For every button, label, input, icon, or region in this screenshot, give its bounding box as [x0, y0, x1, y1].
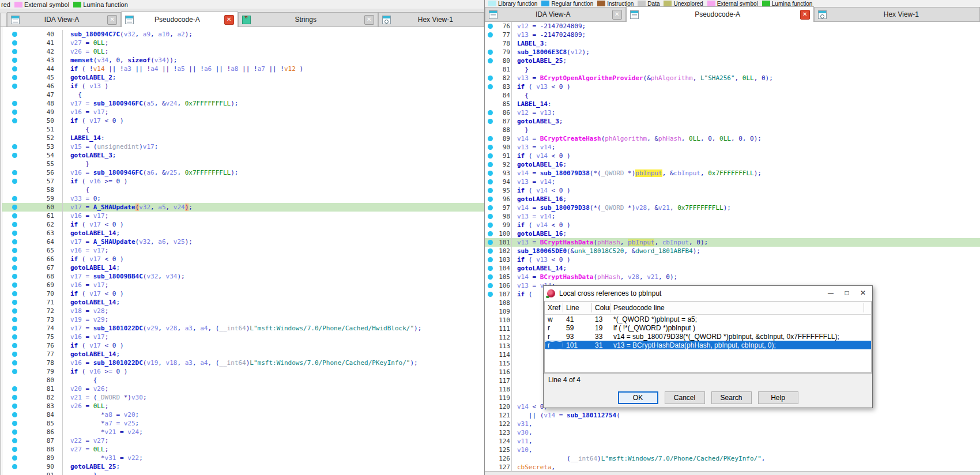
xref-row[interactable]: r5919if ( !*(_QWORD *)pbInput )	[545, 323, 871, 332]
code-text[interactable]: goto LABEL_3;	[62, 151, 116, 160]
breakpoint-dot[interactable]	[488, 292, 493, 297]
code-line-80[interactable]: 80 {	[2, 376, 484, 384]
code-text[interactable]: }	[62, 160, 89, 168]
code-line-87[interactable]: 87 goto LABEL_3;	[485, 117, 980, 126]
code-line-123[interactable]: 123 v30,	[485, 428, 980, 437]
breakpoint-dot[interactable]	[488, 197, 493, 202]
panel-splitter[interactable]	[485, 471, 980, 475]
code-line-105[interactable]: 105 v14 = BCryptHashData(phHash, v28, v2…	[485, 273, 980, 281]
code-text[interactable]	[511, 333, 517, 342]
code-text[interactable]: v27 = 0LL;	[62, 445, 108, 454]
code-text[interactable]	[511, 316, 517, 325]
code-text[interactable]: v15 = (unsigned int)v17;	[62, 142, 158, 151]
breakpoint-dot[interactable]	[12, 257, 17, 262]
breakpoint-dot[interactable]	[488, 136, 493, 141]
breakpoint-dot[interactable]	[12, 49, 17, 54]
breakpoint-dot[interactable]	[488, 240, 493, 245]
code-line-50[interactable]: 50 if ( v17 < 0 )	[2, 116, 484, 125]
code-line-84[interactable]: 84 {	[485, 91, 980, 100]
breakpoint-dot[interactable]	[488, 179, 493, 184]
code-line-78[interactable]: 78 v16 = sub_1801022DC(v19, v18, a3, a4,…	[2, 359, 484, 367]
tab-hex-view-1[interactable]: Hex View-1	[378, 12, 484, 27]
code-text[interactable]: (__int64)L"msft:Windows/7.0/Phone/Cached…	[511, 454, 765, 463]
code-line-52[interactable]: 52LABEL_14:	[2, 134, 484, 142]
code-line-98[interactable]: 98 v13 = v14;	[485, 212, 980, 221]
code-text[interactable]: v14 = sub_180079D38(*(_QWORD *)pbInput, …	[511, 169, 762, 178]
code-text[interactable]: || (v14 = sub_180112754(	[511, 411, 620, 420]
code-line-101[interactable]: 101 v13 = BCryptHashData(phHash, pbInput…	[485, 238, 980, 247]
code-line-88[interactable]: 88 }	[485, 126, 980, 134]
code-line-82[interactable]: 82 v21 = (_DWORD *)v30;	[2, 393, 484, 402]
code-line-46[interactable]: 46 if ( v13 )	[2, 82, 484, 91]
breakpoint-dot[interactable]	[12, 265, 17, 270]
breakpoint-dot[interactable]	[12, 205, 17, 210]
breakpoint-dot[interactable]	[12, 170, 17, 175]
breakpoint-dot[interactable]	[12, 110, 17, 115]
column-header-pseudocode-line[interactable]: Pseudocode line	[610, 303, 864, 312]
code-line-54[interactable]: 54 goto LABEL_3;	[2, 151, 484, 160]
breakpoint-dot[interactable]	[12, 101, 17, 106]
code-line-40[interactable]: 40 sub_180094C7C(v32, a9, a10, a2);	[2, 30, 484, 39]
breakpoint-dot[interactable]	[488, 171, 493, 176]
tab-hex-view-1[interactable]: Hex View-1	[814, 7, 980, 21]
code-line-78[interactable]: 78LABEL_3:	[485, 39, 980, 48]
code-text[interactable]: v26 = 0LL;	[62, 402, 108, 410]
code-text[interactable]: v14 = BCryptHashData(phHash, v28, v21, 0…	[511, 273, 677, 281]
tab-close-icon[interactable]: ✕	[224, 15, 234, 25]
close-icon[interactable]: ✕	[857, 289, 869, 298]
code-text[interactable]	[511, 394, 517, 402]
code-line-86[interactable]: 86 v12 = v13;	[485, 108, 980, 117]
code-line-69[interactable]: 69 v16 = v17;	[2, 281, 484, 289]
code-text[interactable]: goto LABEL_14;	[62, 229, 120, 238]
code-line-92[interactable]: 92 goto LABEL_16;	[485, 160, 980, 169]
tab-pseudocode-a[interactable]: Pseudocode-A✕	[121, 12, 238, 27]
xref-row[interactable]: w4113*(_QWORD *)pbInput = a5;	[545, 315, 871, 323]
code-text[interactable]: {	[62, 125, 89, 134]
code-line-83[interactable]: 83 v26 = 0LL;	[2, 402, 484, 410]
code-text[interactable]: }	[511, 65, 529, 74]
breakpoint-dot[interactable]	[488, 274, 493, 280]
tab-ida-view-a[interactable]: IDA View-A✕	[7, 12, 121, 27]
code-text[interactable]: v22 = v27;	[62, 436, 108, 445]
breakpoint-dot[interactable]	[12, 334, 17, 340]
code-line-85[interactable]: 85 *a7 = v25;	[2, 419, 484, 428]
code-line-60[interactable]: 60 v17 = A_SHAUpdate(v32, a5, v24);	[2, 203, 484, 212]
code-line-97[interactable]: 97 v14 = sub_180079D38(*(_QWORD *)v28, &…	[485, 203, 980, 212]
breakpoint-dot[interactable]	[488, 32, 493, 37]
code-text[interactable]: v16 = v17;	[62, 212, 108, 220]
code-text[interactable]: goto LABEL_16;	[511, 160, 567, 169]
breakpoint-dot[interactable]	[12, 300, 17, 305]
code-text[interactable]: if ( v14 < 0 )	[511, 186, 571, 195]
breakpoint-dot[interactable]	[12, 32, 17, 37]
breakpoint-dot[interactable]	[12, 438, 17, 443]
ok-button[interactable]: OK	[618, 391, 658, 404]
code-text[interactable]: v12 = v13;	[511, 108, 555, 117]
breakpoint-dot[interactable]	[12, 464, 17, 469]
code-text[interactable]	[511, 350, 517, 359]
code-text[interactable]: v17 = sub_1801022DC(v29, v28, a3, a4, (_…	[62, 324, 421, 333]
code-line-45[interactable]: 45 goto LABEL_2;	[2, 73, 484, 82]
tab-strings[interactable]: Strings✕	[238, 12, 378, 27]
breakpoint-dot[interactable]	[12, 429, 17, 435]
breakpoint-dot[interactable]	[12, 274, 17, 279]
code-line-70[interactable]: 70 if ( v17 < 0 )	[2, 289, 484, 298]
code-text[interactable]	[511, 359, 517, 368]
breakpoint-dot[interactable]	[12, 308, 17, 314]
breakpoint-dot[interactable]	[488, 50, 493, 55]
code-line-57[interactable]: 57 if ( v16 >= 0 )	[2, 177, 484, 186]
breakpoint-dot[interactable]	[12, 421, 17, 426]
code-text[interactable]: v21 = (_DWORD *)v30;	[62, 393, 147, 402]
code-line-100[interactable]: 100 goto LABEL_16;	[485, 229, 980, 238]
code-text[interactable]: v26 = 0LL;	[62, 47, 108, 56]
breakpoint-dot[interactable]	[12, 369, 17, 374]
breakpoint-dot[interactable]	[488, 188, 493, 193]
breakpoint-dot[interactable]	[488, 58, 493, 63]
breakpoint-dot[interactable]	[12, 352, 17, 357]
code-line-48[interactable]: 48 v17 = sub_1800946FC(a5, &v24, 0x7FFFF…	[2, 99, 484, 108]
code-text[interactable]: *v21 = v24;	[62, 428, 143, 436]
code-line-89[interactable]: 89 v14 = BCryptCreateHash(phAlgorithm, &…	[485, 134, 980, 143]
code-text[interactable]: if (	[511, 290, 533, 299]
breakpoint-dot[interactable]	[488, 24, 493, 29]
breakpoint-dot[interactable]	[488, 214, 493, 219]
code-text[interactable]: *v31 = v22;	[62, 454, 143, 462]
